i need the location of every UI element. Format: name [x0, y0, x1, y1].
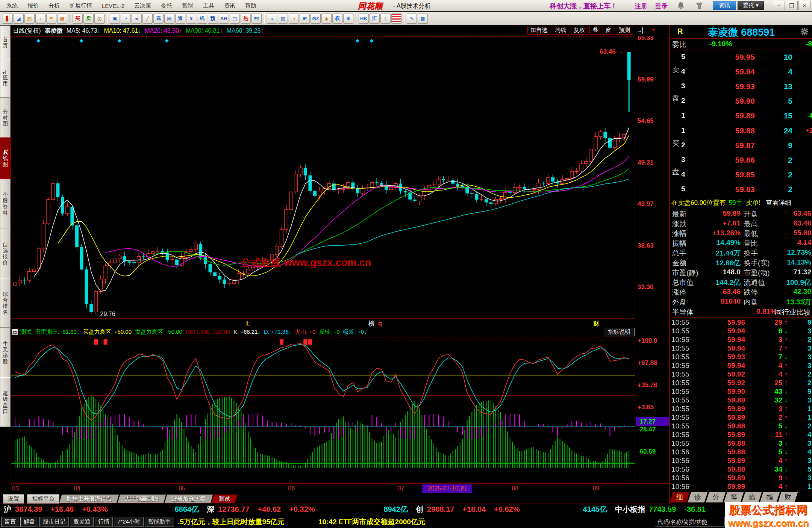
member-icon[interactable] [695, 2, 704, 10]
register-link[interactable]: 注册 [635, 2, 647, 11]
menu-item-资讯[interactable]: 资讯 [219, 2, 240, 9]
status-button-智能助手[interactable]: 智能助手 [145, 517, 174, 527]
news-button[interactable]: 资讯 [713, 1, 736, 10]
level-row[interactable]: 159.8915-4 [680, 109, 812, 123]
funds-icon[interactable]: 资 [175, 14, 185, 24]
doc-icon[interactable]: ▤ [164, 14, 174, 24]
status-button-解盘[interactable]: 解盘 [20, 517, 38, 527]
money-icon[interactable]: ¥ [186, 14, 196, 24]
tab-测试[interactable]: 测试 [212, 495, 238, 503]
status-button-行情[interactable]: 行情 [95, 517, 113, 527]
chart-button-加自选[interactable]: 加自选 [527, 26, 550, 35]
minimize-button[interactable]: − [773, 1, 785, 10]
search-icon[interactable]: ◎ [94, 14, 105, 24]
close-button[interactable]: × [798, 1, 810, 10]
window-restore-icon[interactable] [12, 329, 18, 335]
multi-chart-icon[interactable]: ▦ [57, 14, 67, 24]
sidebar-item-diagnosis[interactable]: 牛叉诊股 [0, 328, 11, 377]
flag-icon[interactable]: ⚑ [46, 14, 56, 24]
trend-icon[interactable]: ◢ [14, 14, 24, 24]
index-创[interactable]: 创2908.17+18.04+0.62%4145亿 [412, 504, 611, 515]
org-icon[interactable]: 机 [197, 14, 207, 24]
clock-icon[interactable]: ◔ [121, 14, 131, 24]
tab-设置[interactable]: 设置 [3, 494, 24, 504]
menu-item-分析[interactable]: 分析 [44, 2, 65, 9]
trade-button[interactable]: 委托 ▾ [738, 1, 764, 10]
menu-item-委托[interactable]: 委托 [156, 2, 177, 9]
sidebar-item-super-level2[interactable]: 超级盘口 [0, 377, 11, 427]
metal-icon[interactable]: △ [380, 14, 391, 24]
calc-icon[interactable]: ▩ [418, 14, 428, 24]
view-detail-link[interactable]: 查看详细 [766, 198, 791, 207]
wave-icon[interactable]: ≈ [267, 14, 277, 24]
note-icon[interactable]: ✎ [407, 14, 417, 24]
bell-icon[interactable] [677, 2, 685, 10]
hk-icon[interactable]: HK [359, 14, 369, 24]
chart-button-均线[interactable]: 均线 [552, 26, 569, 35]
chart-button-叠[interactable]: 叠 [589, 26, 601, 35]
tab-指标平台[interactable]: 指标平台 [27, 494, 59, 504]
fx-icon[interactable]: 汇 [370, 14, 380, 24]
chart-button-复权[interactable]: 复权 [571, 26, 588, 35]
indicator-chart[interactable]: +100.0+67.88+35.76+3.65-17.27-28.47-60.5… [11, 337, 669, 483]
buy-icon[interactable]: 买 [73, 14, 83, 24]
promo-text[interactable]: 科创大涨，直接上车！ [550, 2, 617, 11]
list-icon[interactable]: ≡ [132, 14, 142, 24]
quote-tab-指[interactable]: 指 [760, 492, 780, 502]
sidebar-item-ranking[interactable]: 综合排名 [0, 278, 11, 328]
sidebar-item-apps[interactable]: ▶▏应用 [0, 59, 11, 98]
status-button-股灵通[interactable]: 股灵通 [70, 517, 94, 527]
level-row[interactable]: 259.879 [680, 138, 812, 153]
us-flag-icon[interactable] [391, 14, 401, 24]
status-button-留言[interactable]: 留言 [1, 517, 19, 527]
menu-item-LEVEL-2[interactable]: LEVEL-2 [97, 3, 129, 9]
level-row[interactable]: 459.852 [680, 168, 812, 182]
sidebar-item-watchlist-quotes[interactable]: 自选报价 [0, 228, 11, 278]
rights-icon[interactable]: 权 [332, 14, 342, 24]
tab-波段加仓买卖[interactable]: 波段加仓买卖 [165, 495, 213, 503]
sidebar-item-intraday[interactable]: 分时图 [0, 98, 11, 138]
stock-code-input[interactable] [655, 517, 725, 526]
panel-icon[interactable]: ▣ [110, 14, 120, 24]
tab-天天躺赢副图[interactable]: 天天躺赢副图 [118, 495, 166, 503]
sidebar-item-stock-info[interactable]: 个股资料 [0, 179, 11, 228]
quote-tab-筹[interactable]: 筹 [724, 492, 744, 502]
gear-icon[interactable] [801, 28, 808, 35]
edit-icon[interactable]: ╱ [142, 14, 153, 24]
forecast-icon[interactable]: 预 [208, 14, 218, 24]
kline-icon[interactable]: ▋ [3, 14, 13, 24]
menu-item-帮助[interactable]: 帮助 [240, 2, 261, 9]
sidebar-item-home[interactable]: 首页 [0, 26, 11, 59]
restore-button[interactable]: ❐ [786, 1, 798, 10]
menu-item-扩展行情[interactable]: 扩展行情 [65, 2, 97, 9]
tab-股林主升浪潜伏点[interactable]: 股林主升浪潜伏点 [59, 495, 119, 503]
industry-compare-link[interactable]: 同行业比较 [769, 307, 810, 317]
level-row[interactable]: 559.832 [680, 182, 812, 197]
chart-button-窗[interactable]: 窗 [603, 26, 614, 35]
quote-tab-焰[interactable]: 焰 [742, 492, 762, 502]
menu-item-云决策[interactable]: 云决策 [129, 2, 156, 9]
ball-icon[interactable]: ◑ [289, 14, 299, 24]
kline-chart[interactable]: 65.3359.9954.6549.3143.9738.6333.30◆◆◆◆◆… [11, 36, 669, 327]
menu-item-系统[interactable]: 系统 [2, 2, 23, 9]
menu-item-工具[interactable]: 工具 [198, 2, 219, 9]
quote-tab-细[interactable]: 细 [670, 492, 689, 502]
period-label[interactable]: 日线(复权) [13, 27, 41, 35]
quote-tab-财[interactable]: 财 [778, 492, 798, 502]
level-row[interactable]: 459.944 [680, 65, 812, 79]
select-icon[interactable]: 选 [153, 14, 164, 24]
level-row[interactable]: 559.9510 [680, 50, 812, 65]
gz-icon[interactable]: GZ [311, 14, 321, 24]
status-button-7*24小时[interactable]: 7*24小时 [114, 517, 144, 527]
board-icon[interactable]: ▥ [24, 14, 35, 24]
if-icon[interactable]: IF [300, 14, 310, 24]
sidebar-item-kline[interactable]: K线图 [0, 138, 11, 179]
level-row[interactable]: 359.9313 [680, 79, 812, 94]
quote-tab-分[interactable]: 分 [706, 492, 726, 502]
sell-icon[interactable]: 卖 [83, 14, 94, 24]
ipo-icon[interactable]: IPO [251, 14, 262, 24]
chart-button-预测[interactable]: 预测 [616, 26, 633, 35]
grid2-icon[interactable]: ▧ [278, 14, 288, 24]
next-icon[interactable]: →▏ [636, 27, 647, 34]
up-arrow-icon[interactable]: ↑ [35, 14, 45, 24]
